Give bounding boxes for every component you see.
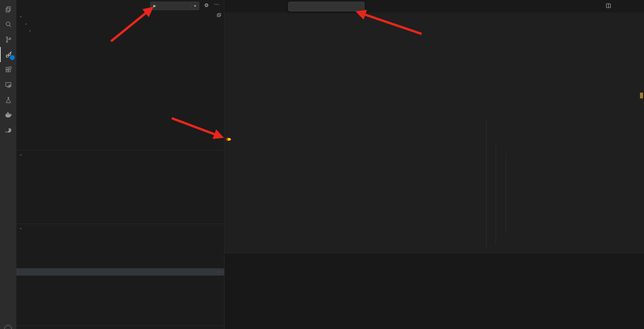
gradle-icon[interactable]	[0, 123, 16, 138]
play-icon: ▶	[153, 4, 156, 8]
testing-icon[interactable]	[0, 92, 16, 107]
chevron-down-icon: ⌄	[18, 226, 23, 230]
explorer-icon[interactable]	[0, 2, 16, 17]
account-icon[interactable]	[4, 325, 12, 329]
editor-actions	[602, 0, 644, 12]
chevron-down-icon: ⌄	[23, 21, 29, 25]
more-actions-icon[interactable]: ⋯	[214, 1, 219, 7]
run-and-debug-sidebar: ▶ ▼ ⚙ ⋯ ⌄ ⌄ › ⌄	[16, 0, 224, 329]
code-editor[interactable]	[224, 18, 644, 253]
chevron-down-icon[interactable]: ▼	[191, 4, 199, 8]
activity-bar	[0, 0, 16, 329]
overview-ruler-marker	[640, 93, 643, 98]
indent-guide	[505, 154, 506, 232]
docker-icon[interactable]	[0, 107, 16, 123]
split-editor-icon[interactable]	[606, 3, 611, 9]
variables-section-header[interactable]: ⌄	[16, 12, 224, 19]
chevron-down-icon: ⌄	[18, 14, 23, 18]
indent-guide	[496, 142, 496, 244]
breadcrumb	[225, 12, 644, 18]
watch-expression[interactable]	[16, 158, 224, 165]
call-stack-section-header[interactable]: ⌄	[16, 224, 224, 231]
debug-toolbar	[288, 2, 365, 11]
minimap[interactable]	[601, 13, 639, 196]
chevron-right-icon: ›	[29, 29, 34, 33]
bottom-panel	[225, 253, 644, 329]
indent-guide	[486, 118, 486, 250]
chevron-down-icon: ⌄	[18, 328, 23, 329]
extensions-icon[interactable]	[0, 62, 16, 77]
debug-count-badge	[10, 55, 15, 60]
variables-scope-local[interactable]: ⌄	[16, 19, 224, 27]
variable-args[interactable]: ›	[16, 27, 224, 34]
stack-frame-row[interactable]	[16, 268, 224, 276]
search-icon[interactable]	[0, 17, 16, 32]
editor-tab-bar	[224, 0, 644, 12]
remote-explorer-icon[interactable]	[0, 77, 16, 92]
breakpoints-section-header[interactable]: ⌄	[16, 326, 224, 329]
breakpoint-paused-icon[interactable]	[225, 137, 233, 142]
vscode-window: ▶ ▼ ⚙ ⋯ ⌄ ⌄ › ⌄	[0, 0, 644, 329]
run-and-debug-icon[interactable]	[0, 47, 16, 62]
source-control-icon[interactable]	[0, 32, 16, 47]
gear-icon[interactable]: ⚙	[204, 2, 209, 8]
chevron-down-icon: ⌄	[18, 152, 23, 156]
watch-section-header[interactable]: ⌄	[16, 150, 224, 158]
run-config-dropdown[interactable]: ▶ ▼	[150, 2, 199, 10]
frame-position-badge	[216, 271, 221, 273]
